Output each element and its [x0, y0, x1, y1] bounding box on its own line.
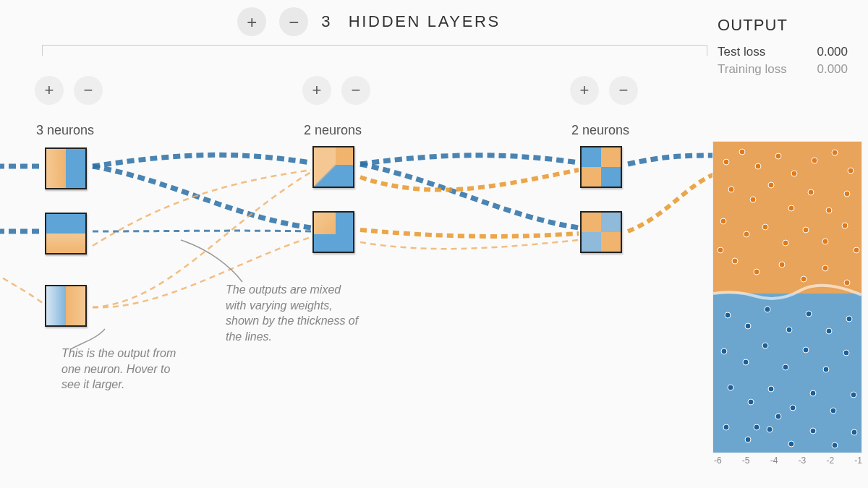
svg-point-19: [762, 224, 768, 230]
svg-point-33: [745, 323, 751, 329]
training-loss: Training loss 0.000: [718, 62, 848, 77]
svg-point-50: [810, 390, 816, 396]
remove-layer-button[interactable]: −: [279, 7, 308, 36]
svg-point-25: [754, 269, 760, 275]
neuron-annotation: This is the output from one neuron. Hove…: [61, 346, 192, 393]
svg-rect-0: [713, 142, 861, 294]
svg-point-21: [803, 227, 809, 233]
svg-point-30: [854, 247, 859, 253]
svg-point-61: [754, 424, 760, 430]
svg-point-18: [744, 231, 749, 237]
hidden-layers-label: 3 HIDDEN LAYERS: [321, 12, 501, 31]
svg-point-5: [775, 153, 781, 159]
neuron-swatch: [314, 213, 353, 252]
neuron-2-2[interactable]: [312, 211, 354, 253]
svg-point-52: [851, 392, 856, 398]
svg-point-27: [801, 276, 807, 282]
svg-point-8: [832, 150, 838, 155]
test-loss-label: Test loss: [718, 45, 765, 59]
svg-point-56: [788, 441, 794, 447]
neuron-swatch: [582, 147, 621, 187]
svg-point-40: [743, 359, 749, 365]
col2-neuron-count: 2 neurons: [304, 123, 362, 138]
svg-point-51: [830, 408, 836, 414]
svg-point-10: [728, 187, 734, 192]
header-bracket: [42, 45, 707, 56]
svg-point-44: [823, 367, 829, 372]
svg-point-26: [779, 262, 785, 267]
svg-point-12: [768, 182, 774, 188]
output-plot[interactable]: [712, 141, 862, 453]
neuron-1-1[interactable]: [45, 147, 87, 189]
tick: -4: [770, 455, 778, 466]
tick: -5: [742, 455, 750, 466]
col2-add-neuron-button[interactable]: +: [302, 76, 331, 105]
svg-point-23: [842, 223, 848, 228]
svg-point-20: [783, 240, 788, 246]
svg-rect-1: [713, 294, 861, 453]
svg-point-36: [806, 311, 812, 317]
svg-point-7: [812, 158, 817, 163]
svg-point-17: [720, 218, 726, 224]
svg-point-39: [721, 348, 727, 354]
svg-point-58: [832, 442, 838, 448]
col3-add-neuron-button[interactable]: +: [570, 76, 599, 105]
svg-point-4: [755, 163, 761, 169]
svg-point-46: [728, 385, 733, 390]
svg-point-11: [750, 197, 756, 202]
svg-point-37: [826, 328, 832, 334]
svg-point-15: [826, 207, 832, 213]
col3-neuron-count: 2 neurons: [571, 123, 629, 138]
col1-remove-neuron-button[interactable]: −: [74, 76, 103, 105]
svg-point-14: [808, 189, 814, 195]
hidden-layers-text: HIDDEN LAYERS: [349, 12, 501, 30]
svg-point-31: [718, 247, 723, 253]
training-loss-label: Training loss: [718, 62, 787, 76]
tick: -2: [826, 455, 834, 466]
neuron-1-3[interactable]: [45, 285, 87, 327]
neuron-swatch: [582, 213, 621, 252]
svg-point-2: [723, 159, 729, 165]
test-loss: Test loss 0.000: [718, 45, 848, 59]
svg-point-45: [843, 350, 849, 356]
svg-point-28: [822, 265, 828, 271]
svg-point-49: [790, 405, 796, 411]
svg-point-24: [732, 258, 738, 264]
svg-point-38: [846, 316, 852, 322]
neuron-3-2[interactable]: [580, 211, 622, 253]
tick: -6: [714, 455, 722, 466]
svg-point-9: [848, 168, 854, 174]
neuron-1-2[interactable]: [45, 213, 87, 254]
neuron-swatch: [46, 286, 85, 325]
weights-annotation: The outputs are mixed with varying weigh…: [226, 282, 363, 344]
col3-remove-neuron-button[interactable]: −: [609, 76, 638, 105]
svg-point-34: [765, 307, 770, 312]
tick: -3: [799, 455, 807, 466]
training-loss-value: 0.000: [817, 62, 848, 77]
neuron-3-1[interactable]: [580, 146, 622, 188]
add-layer-button[interactable]: +: [237, 7, 266, 36]
svg-point-57: [810, 428, 816, 434]
svg-point-3: [739, 149, 745, 155]
neuron-swatch: [46, 214, 85, 253]
svg-point-16: [844, 191, 850, 197]
svg-point-54: [745, 437, 751, 442]
neuron-swatch: [46, 149, 85, 188]
svg-point-41: [762, 343, 768, 348]
col1-neuron-count: 3 neurons: [36, 123, 94, 138]
svg-point-53: [723, 424, 729, 430]
tick: -1: [854, 455, 862, 466]
svg-point-32: [725, 312, 731, 318]
svg-point-29: [844, 280, 850, 286]
neuron-2-1[interactable]: [312, 146, 354, 188]
svg-point-35: [786, 327, 792, 333]
neuron-swatch: [314, 147, 353, 187]
svg-point-55: [767, 427, 773, 432]
col2-remove-neuron-button[interactable]: −: [341, 76, 370, 105]
svg-point-59: [851, 429, 857, 435]
svg-point-43: [803, 347, 809, 353]
svg-point-60: [775, 414, 781, 419]
hidden-layers-count: 3: [321, 12, 332, 31]
col1-add-neuron-button[interactable]: +: [35, 76, 64, 105]
svg-point-22: [822, 239, 828, 244]
